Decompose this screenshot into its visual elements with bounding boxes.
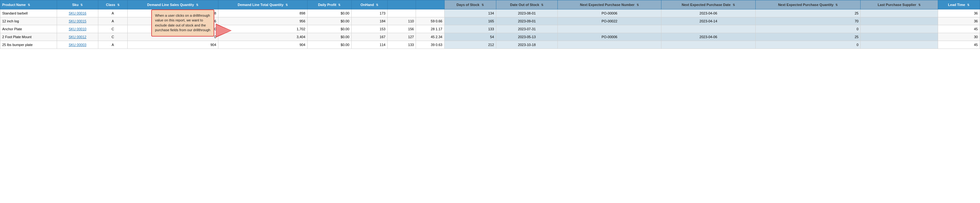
cell-product-name: Anchor Plate <box>0 25 57 33</box>
col-header-product-name[interactable]: Product Name ⇅ <box>0 0 57 10</box>
cell-sku[interactable]: SKU 00010 <box>57 25 98 33</box>
cell-next-po-number: PO-00006 <box>558 33 661 41</box>
col-header-sku[interactable]: Sku ⇅ <box>57 0 98 10</box>
cell-lead-time: 36 <box>938 18 980 25</box>
cell-next-po-qty: 0 <box>756 41 861 49</box>
tooltip-text: When a user clicks on a drillthrough val… <box>155 14 210 32</box>
cell-sku[interactable]: SKU 00003 <box>57 41 98 49</box>
cell-class: A <box>98 18 127 25</box>
col-header-days-of-stock[interactable]: Days of Stock ⇅ <box>444 0 496 10</box>
cell-daily-profit: $0.00 <box>307 18 352 25</box>
cell-last-supplier <box>861 33 938 41</box>
cell-next-po-number: PO-00022 <box>558 18 661 25</box>
col-header-date-out-of-stock[interactable]: Date Out of Stock ⇅ <box>496 0 558 10</box>
sku-link[interactable]: SKU 00010 <box>69 27 86 31</box>
cell-days-of-stock: 134 <box>444 10 496 18</box>
sort-icon-next-po-number[interactable]: ⇅ <box>636 3 639 6</box>
col-header-lead-time[interactable]: Lead Time ⇅ <box>938 0 980 10</box>
cell-daily-profit: $0.00 <box>307 33 352 41</box>
cell-next-po-qty: 70 <box>756 18 861 25</box>
sku-link[interactable]: SKU 00015 <box>69 19 86 23</box>
sort-icon-last-supplier[interactable]: ⇅ <box>918 3 921 6</box>
cell-demand-total-qty: 898 <box>218 10 307 18</box>
cell-sku[interactable]: SKU 00012 <box>57 33 98 41</box>
cell-last-supplier <box>861 10 938 18</box>
table-row: Anchor PlateSKU 00010C01,702$0.001531562… <box>0 25 980 33</box>
cell-demand-sales-qty: 904 <box>127 41 218 49</box>
sort-icon-class[interactable]: ⇅ <box>117 3 120 6</box>
table-row: 25 lbs bumper plateSKU 00003A904904$0.00… <box>0 41 980 49</box>
cell-next-po-date <box>661 41 755 49</box>
sort-icon-lead-time[interactable]: ⇅ <box>967 3 970 6</box>
table-row: 2 Foot Plate MountSKU 00012C03,404$0.001… <box>0 33 980 41</box>
col-label-demand-sales-qty: Demand Line Sales Quantity <box>147 3 194 6</box>
cell-next-po-number: PO-00006 <box>558 10 661 18</box>
cell-next-po-date: 2023-04-14 <box>661 18 755 25</box>
table-row: Standard barbellSKU 00016A898898$0.00173… <box>0 10 980 18</box>
cell-next-po-number <box>558 41 661 49</box>
cell-extra1: 156 <box>388 25 416 33</box>
col-label-class: Class <box>106 3 115 6</box>
sku-link[interactable]: SKU 00016 <box>69 11 86 15</box>
cell-date-out-of-stock: 2023-05-13 <box>496 33 558 41</box>
cell-extra1: 133 <box>388 41 416 49</box>
sort-icon-days-of-stock[interactable]: ⇅ <box>482 3 484 6</box>
cell-date-out-of-stock: 2023-09-01 <box>496 18 558 25</box>
cell-extra2: 39 0.63 <box>416 41 444 49</box>
col-header-empty2 <box>416 0 444 10</box>
cell-extra1: 110 <box>388 18 416 25</box>
cell-next-po-date <box>661 25 755 33</box>
cell-days-of-stock: 133 <box>444 25 496 33</box>
table-body: Standard barbellSKU 00016A898898$0.00173… <box>0 10 980 49</box>
cell-days-of-stock: 165 <box>444 18 496 25</box>
cell-onhand: 153 <box>352 25 388 33</box>
table-container: Product Name ⇅ Sku ⇅ Class ⇅ Demand Line… <box>0 0 980 49</box>
col-header-class[interactable]: Class ⇅ <box>98 0 127 10</box>
cell-daily-profit: $0.00 <box>307 10 352 18</box>
cell-sku[interactable]: SKU 00016 <box>57 10 98 18</box>
cell-class: A <box>98 10 127 18</box>
cell-daily-profit: $0.00 <box>307 41 352 49</box>
cell-next-po-date: 2023-04-06 <box>661 10 755 18</box>
cell-product-name: 25 lbs bumper plate <box>0 41 57 49</box>
sort-icon-onhand[interactable]: ⇅ <box>376 3 379 6</box>
cell-next-po-number <box>558 25 661 33</box>
cell-date-out-of-stock: 2023-07-31 <box>496 25 558 33</box>
sort-icon-sku[interactable]: ⇅ <box>80 3 83 6</box>
sort-icon-product-name[interactable]: ⇅ <box>28 3 30 6</box>
col-header-demand-total-qty[interactable]: Demand Line Total Quantity ⇅ <box>218 0 307 10</box>
col-header-daily-profit[interactable]: Daily Profit ⇅ <box>307 0 352 10</box>
col-header-empty1 <box>388 0 416 10</box>
col-label-next-po-qty: Next Expected Purchase Quantity <box>778 3 834 6</box>
sort-icon-next-po-qty[interactable]: ⇅ <box>835 3 838 6</box>
sort-icon-daily-profit[interactable]: ⇅ <box>338 3 340 6</box>
cell-sku[interactable]: SKU 00015 <box>57 18 98 25</box>
cell-extra1 <box>388 10 416 18</box>
col-header-last-supplier[interactable]: Last Purchase Supplier ⇅ <box>861 0 938 10</box>
sort-icon-date-out-of-stock[interactable]: ⇅ <box>541 3 544 6</box>
col-header-onhand[interactable]: OnHand ⇅ <box>352 0 388 10</box>
cell-date-out-of-stock: 2023-08-01 <box>496 10 558 18</box>
sku-link[interactable]: SKU 00003 <box>69 43 86 46</box>
cell-class: C <box>98 33 127 41</box>
cell-last-supplier <box>861 41 938 49</box>
report-table-wrapper: When a user clicks on a drillthrough val… <box>0 0 980 49</box>
cell-lead-time: 45 <box>938 41 980 49</box>
cell-extra2: 28 1.17 <box>416 25 444 33</box>
col-label-sku: Sku <box>72 3 78 6</box>
cell-class: C <box>98 25 127 33</box>
sort-icon-next-po-date[interactable]: ⇅ <box>733 3 735 6</box>
cell-extra2: 59 0.66 <box>416 18 444 25</box>
col-header-next-po-date[interactable]: Next Expected Purchase Date ⇅ <box>661 0 755 10</box>
sort-icon-demand-total-qty[interactable]: ⇅ <box>285 3 288 6</box>
sku-link[interactable]: SKU 00012 <box>69 35 86 39</box>
cell-days-of-stock: 212 <box>444 41 496 49</box>
col-header-demand-sales-qty[interactable]: Demand Line Sales Quantity ⇅ <box>127 0 218 10</box>
cell-product-name: 2 Foot Plate Mount <box>0 33 57 41</box>
col-label-next-po-number: Next Expected Purchase Number <box>580 3 635 6</box>
cell-onhand: 114 <box>352 41 388 49</box>
col-header-next-po-number[interactable]: Next Expected Purchase Number ⇅ <box>558 0 661 10</box>
col-label-daily-profit: Daily Profit <box>318 3 336 6</box>
col-header-next-po-qty[interactable]: Next Expected Purchase Quantity ⇅ <box>756 0 861 10</box>
sort-icon-demand-sales-qty[interactable]: ⇅ <box>196 3 199 6</box>
